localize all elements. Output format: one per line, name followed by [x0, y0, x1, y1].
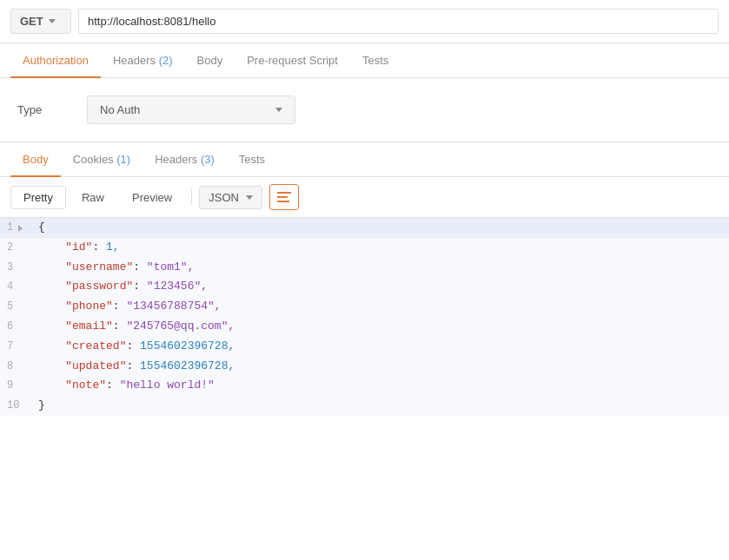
request-tabs: Authorization Headers (2) Body Pre-reque…	[0, 43, 729, 78]
auth-row: Type No Auth	[17, 96, 712, 124]
json-body: 1{2 "id": 1,3 "username": "tom1",4 "pass…	[0, 218, 729, 416]
tab-body-label: Body	[197, 54, 223, 67]
fold-arrow-icon[interactable]	[18, 225, 23, 232]
auth-type-value: No Auth	[100, 103, 140, 116]
json-line: 9 "note": "hello world!"	[0, 376, 729, 396]
wrap-icon	[277, 192, 291, 202]
tab-response-headers-label: Headers	[155, 153, 197, 166]
json-line: 2 "id": 1,	[0, 238, 729, 258]
tab-response-body-label: Body	[23, 153, 49, 166]
line-number: 1	[0, 220, 35, 236]
pretty-button[interactable]: Pretty	[10, 186, 66, 209]
line-number: 8	[0, 359, 35, 375]
url-bar: GET	[0, 0, 729, 43]
line-number: 2	[0, 240, 35, 256]
line-number: 5	[0, 299, 35, 315]
tab-cookies[interactable]: Cookies (1)	[61, 142, 142, 176]
tab-tests-req-label: Tests	[362, 54, 388, 67]
line-content: "id": 1,	[35, 239, 120, 257]
raw-button[interactable]: Raw	[70, 187, 116, 208]
auth-type-label: Type	[17, 103, 70, 116]
method-label: GET	[20, 15, 43, 28]
line-number: 3	[0, 260, 35, 276]
url-input[interactable]	[78, 9, 719, 34]
json-line: 4 "password": "123456",	[0, 277, 729, 297]
tab-authorization[interactable]: Authorization	[10, 43, 101, 77]
json-line: 6 "email": "245765@qq.com",	[0, 317, 729, 337]
json-line: 1{	[0, 218, 729, 238]
format-bar: Pretty Raw Preview JSON	[0, 177, 729, 218]
auth-section: Type No Auth	[0, 78, 729, 142]
tab-cookies-badge: (1)	[116, 153, 130, 166]
wrap-button[interactable]	[269, 184, 299, 210]
line-number: 9	[0, 378, 35, 394]
line-content: "created": 1554602396728,	[35, 338, 235, 356]
tab-headers-label: Headers	[113, 54, 156, 67]
tab-response-body[interactable]: Body	[10, 142, 61, 176]
tab-authorization-label: Authorization	[23, 54, 89, 67]
tab-tests-res-label: Tests	[239, 153, 265, 166]
method-select[interactable]: GET	[10, 9, 71, 34]
line-number: 6	[0, 319, 35, 335]
json-line: 7 "created": 1554602396728,	[0, 337, 729, 357]
json-format-label: JSON	[209, 191, 239, 204]
tab-headers-badge: (2)	[159, 54, 173, 67]
tab-pre-request-script[interactable]: Pre-request Script	[235, 43, 350, 77]
line-content: "phone": "13456788754",	[35, 298, 222, 316]
tab-response-headers-badge: (3)	[201, 153, 215, 166]
preview-button[interactable]: Preview	[120, 187, 184, 208]
tab-tests-res[interactable]: Tests	[227, 142, 277, 176]
auth-dropdown-chevron-icon	[275, 108, 282, 112]
response-tabs: Body Cookies (1) Headers (3) Tests	[0, 142, 729, 177]
tab-tests-req[interactable]: Tests	[350, 43, 401, 77]
tab-headers[interactable]: Headers (2)	[101, 43, 185, 77]
line-content: "email": "245765@qq.com",	[35, 318, 235, 336]
json-line: 10}	[0, 396, 729, 416]
tab-body[interactable]: Body	[185, 43, 235, 77]
tab-pre-request-label: Pre-request Script	[247, 54, 338, 67]
json-format-chevron-icon	[246, 195, 253, 200]
line-content: "password": "123456",	[35, 278, 208, 296]
tab-cookies-label: Cookies	[73, 153, 114, 166]
method-chevron-icon	[49, 19, 56, 23]
format-separator	[191, 188, 192, 206]
json-line: 5 "phone": "13456788754",	[0, 297, 729, 317]
line-number: 7	[0, 339, 35, 355]
auth-type-dropdown[interactable]: No Auth	[87, 96, 295, 124]
line-content: "updated": 1554602396728,	[35, 358, 235, 376]
line-number: 4	[0, 279, 35, 295]
json-format-select[interactable]: JSON	[199, 186, 262, 209]
line-number: 10	[0, 398, 35, 414]
line-content: "note": "hello world!"	[35, 377, 215, 395]
line-content: "username": "tom1",	[35, 259, 194, 277]
json-line: 8 "updated": 1554602396728,	[0, 357, 729, 377]
line-content: }	[35, 397, 45, 415]
line-content: {	[35, 219, 45, 237]
json-line: 3 "username": "tom1",	[0, 258, 729, 278]
tab-response-headers[interactable]: Headers (3)	[142, 142, 227, 176]
